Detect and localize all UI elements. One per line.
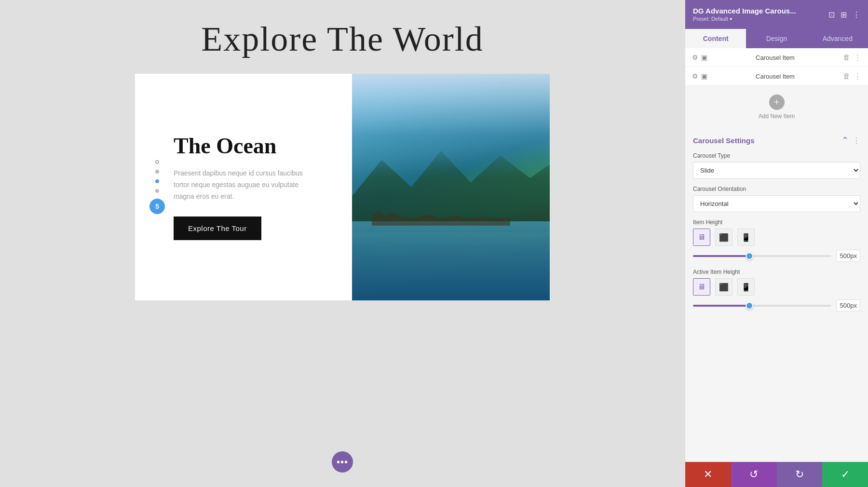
item-actions-2: 🗑 ⋮ xyxy=(843,72,861,81)
image-icon-2[interactable]: ▣ xyxy=(701,72,707,81)
active-item-height-slider-row: 500px xyxy=(693,299,860,311)
carousel-type-label: Carousel Type xyxy=(693,152,860,159)
item-height-field: Item Height 🖥 ⬛ 📱 500px xyxy=(693,219,860,262)
add-circle-icon: + xyxy=(769,95,785,110)
nav-dot-3[interactable] xyxy=(155,179,159,183)
panel-header-icons: ⊡ ⊞ ⋮ xyxy=(828,10,860,19)
mobile-icon-item-height[interactable]: 📱 xyxy=(737,229,755,246)
active-item-height-slider-fill xyxy=(693,305,748,307)
delete-icon-1[interactable]: 🗑 xyxy=(843,54,850,62)
nav-dot-2[interactable] xyxy=(155,170,159,174)
nav-dot-1[interactable] xyxy=(155,160,159,164)
redo-button[interactable]: ↻ xyxy=(777,462,823,487)
gear-icon-1[interactable]: ⚙ xyxy=(692,54,698,62)
explore-tour-button[interactable]: Explore The Tour xyxy=(174,216,261,240)
carousel-item-label-1: Carousel Item xyxy=(712,54,838,61)
settings-more-icon[interactable]: ⋮ xyxy=(853,136,860,145)
layout-icon[interactable]: ⊞ xyxy=(841,10,847,19)
item-actions-1: 🗑 ⋮ xyxy=(843,53,861,62)
panel-subtitle[interactable]: Preset: Default ▾ xyxy=(693,16,796,22)
fjord-image xyxy=(352,74,550,300)
item-height-label: Item Height xyxy=(693,219,860,226)
panel-title: DG Advanced Image Carous... xyxy=(693,7,796,15)
device-icons-active-height: 🖥 ⬛ 📱 xyxy=(693,278,860,296)
delete-icon-2[interactable]: 🗑 xyxy=(843,72,850,81)
slide-text: Praesent dapibus neque id cursus faucibu… xyxy=(174,168,309,202)
carousel-image-area xyxy=(352,74,550,300)
tab-bar: Content Design Advanced xyxy=(685,29,868,48)
settings-header: Carousel Settings ⌃ ⋮ xyxy=(693,135,860,146)
active-item-height-label: Active Item Height xyxy=(693,269,860,275)
carousel-type-select[interactable]: Slide Fade Coverflow xyxy=(693,162,860,179)
panel-header-info: DG Advanced Image Carous... Preset: Defa… xyxy=(693,7,796,22)
settings-header-icons: ⌃ ⋮ xyxy=(841,135,860,146)
floating-menu-button[interactable]: ••• xyxy=(332,451,353,473)
tab-design[interactable]: Design xyxy=(746,29,807,48)
item-icons-2: ⚙ ▣ xyxy=(692,72,707,81)
item-height-slider-row: 500px xyxy=(693,250,860,262)
item-height-slider-fill xyxy=(693,255,748,257)
nav-dot-4[interactable] xyxy=(155,189,159,193)
tablet-icon-active-height[interactable]: ⬛ xyxy=(715,278,732,296)
carousel-container: 5 The Ocean Praesent dapibus neque id cu… xyxy=(135,74,550,300)
tablet-icon-item-height[interactable]: ⬛ xyxy=(715,229,732,246)
canvas-area: Explore The World 5 The Ocean Praesent d… xyxy=(0,0,685,487)
reset-button[interactable]: ↺ xyxy=(731,462,777,487)
more-icon-2[interactable]: ⋮ xyxy=(854,72,861,81)
panel-resizer[interactable] xyxy=(683,0,687,487)
slide-title: The Ocean xyxy=(174,134,328,159)
item-height-value[interactable]: 500px xyxy=(836,250,860,262)
right-panel: DG Advanced Image Carous... Preset: Defa… xyxy=(685,0,868,487)
item-height-slider-thumb[interactable] xyxy=(746,252,753,260)
active-item-height-slider-track[interactable] xyxy=(693,305,831,307)
screen-icon[interactable]: ⊡ xyxy=(828,10,835,19)
item-height-slider-track[interactable] xyxy=(693,255,831,257)
device-icons-item-height: 🖥 ⬛ 📱 xyxy=(693,229,860,246)
more-icon-1[interactable]: ⋮ xyxy=(854,53,861,62)
active-item-height-slider-thumb[interactable] xyxy=(746,302,753,310)
carousel-item-label-2: Carousel Item xyxy=(712,73,838,80)
panel-header: DG Advanced Image Carous... Preset: Defa… xyxy=(685,0,868,29)
bottom-action-bar: ✕ ↺ ↻ ✓ xyxy=(685,462,868,487)
image-icon-1[interactable]: ▣ xyxy=(701,54,707,62)
carousel-nav: 5 xyxy=(149,157,165,217)
water-layer xyxy=(352,221,550,301)
carousel-left: 5 The Ocean Praesent dapibus neque id cu… xyxy=(135,74,352,300)
carousel-orientation-field: Carousel Orientation Horizontal Vertical xyxy=(693,186,860,212)
confirm-button[interactable]: ✓ xyxy=(822,462,868,487)
bottom-bar: ••• xyxy=(332,451,353,473)
collapse-icon[interactable]: ⌃ xyxy=(841,135,849,146)
more-vertical-icon[interactable]: ⋮ xyxy=(853,10,860,19)
carousel-item-row-1: ⚙ ▣ Carousel Item 🗑 ⋮ xyxy=(685,48,868,67)
desktop-icon-item-height[interactable]: 🖥 xyxy=(693,229,710,246)
add-new-item-button[interactable]: + Add New Item xyxy=(685,86,868,128)
desktop-icon-active-height[interactable]: 🖥 xyxy=(693,278,710,296)
carousel-item-row-2: ⚙ ▣ Carousel Item 🗑 ⋮ xyxy=(685,67,868,86)
tab-content[interactable]: Content xyxy=(685,29,746,48)
gear-icon-2[interactable]: ⚙ xyxy=(692,72,698,81)
mobile-icon-active-height[interactable]: 📱 xyxy=(737,278,755,296)
page-title: Explore The World xyxy=(201,19,483,59)
carousel-settings-section: Carousel Settings ⌃ ⋮ Carousel Type Slid… xyxy=(685,128,868,325)
active-item-height-value[interactable]: 500px xyxy=(836,299,860,311)
nav-number[interactable]: 5 xyxy=(149,199,165,214)
tab-advanced[interactable]: Advanced xyxy=(807,29,868,48)
panel-content: ⚙ ▣ Carousel Item 🗑 ⋮ ⚙ ▣ Carousel Item … xyxy=(685,48,868,487)
add-new-item-label: Add New Item xyxy=(759,113,795,120)
carousel-orientation-select[interactable]: Horizontal Vertical xyxy=(693,195,860,212)
carousel-orientation-label: Carousel Orientation xyxy=(693,186,860,192)
item-icons-1: ⚙ ▣ xyxy=(692,54,707,62)
settings-title: Carousel Settings xyxy=(693,136,755,145)
cancel-button[interactable]: ✕ xyxy=(685,462,731,487)
active-item-height-field: Active Item Height 🖥 ⬛ 📱 500px xyxy=(693,269,860,311)
carousel-type-field: Carousel Type Slide Fade Coverflow xyxy=(693,152,860,179)
